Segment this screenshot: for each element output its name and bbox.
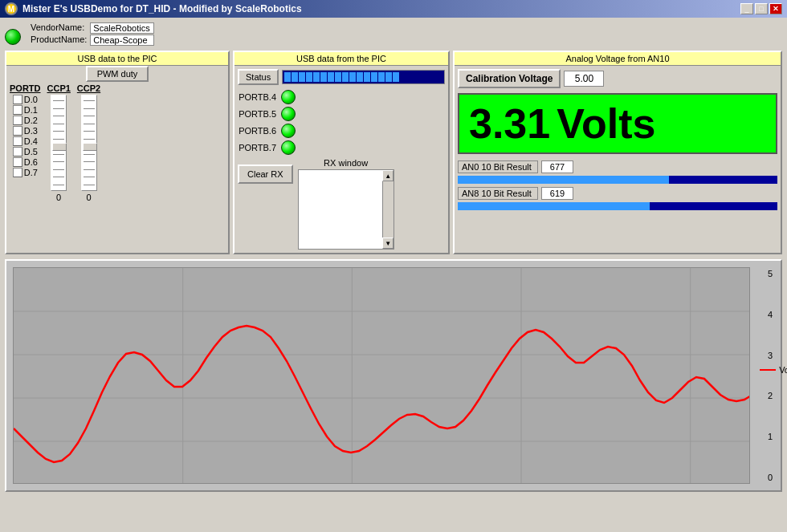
- ccp2-value: 0: [86, 193, 91, 202]
- top-info: VendorName: ScaleRobotics ProductName: C…: [5, 22, 782, 46]
- portb6-row: PORTB.6: [238, 124, 445, 138]
- y-label-2: 2: [768, 391, 773, 400]
- voltage-number: 3.31: [469, 99, 550, 148]
- an0-bar: [458, 176, 669, 184]
- voltage-unit: Volts: [557, 99, 655, 148]
- portd-section: PORTD D.0 D.1: [10, 83, 225, 202]
- ccp2-slider[interactable]: [81, 95, 97, 191]
- device-info: VendorName: ScaleRobotics ProductName: C…: [31, 22, 154, 46]
- portb7-row: PORTB.7: [238, 140, 445, 155]
- rx-label: RX window: [324, 158, 368, 168]
- title-buttons: _ □ ✕: [740, 3, 782, 14]
- ccp1-label: CCP1: [47, 83, 71, 93]
- portb6-label: PORTB.6: [238, 126, 276, 136]
- rx-scrollbar[interactable]: ▲ ▼: [382, 170, 394, 249]
- minimize-button[interactable]: _: [740, 3, 753, 14]
- voltage-display: 3.31 Volts: [458, 93, 777, 154]
- main-content: VendorName: ScaleRobotics ProductName: C…: [0, 18, 787, 497]
- portb7-led: [281, 140, 296, 155]
- ccp1-value: 0: [56, 193, 61, 202]
- calibration-label: Calibration Voltage: [458, 69, 561, 88]
- an0-row: AN0 10 Bit Result 677: [458, 160, 777, 173]
- checkbox-d5: D.5: [13, 147, 38, 156]
- title-text: M Mister E's USBDemo for DT_HID - Modifi…: [5, 2, 302, 15]
- checkbox-d1: D.1: [13, 105, 38, 115]
- y-axis-labels: 5 4 3 2 1 0: [768, 267, 773, 484]
- status-button[interactable]: Status: [238, 69, 279, 85]
- y-label-4: 4: [768, 310, 773, 319]
- app-icon: M: [5, 2, 18, 15]
- d4-checkbox[interactable]: [13, 136, 22, 146]
- an0-bar-container: [458, 176, 777, 184]
- chart-legend: Volts: [760, 365, 787, 375]
- an8-value: 619: [541, 187, 573, 200]
- portb4-led: [281, 90, 296, 104]
- portb7-label: PORTB.7: [238, 143, 276, 152]
- checkbox-d6: D.6: [13, 157, 38, 167]
- scroll-down-button[interactable]: ▼: [382, 238, 394, 249]
- status-progress: [282, 70, 445, 84]
- d5-checkbox[interactable]: [13, 147, 22, 156]
- usb-from-pic-panel: USB data from the PIC Status PORTB.4 POR…: [233, 51, 450, 254]
- ccp1-col: CCP1 0: [47, 83, 71, 202]
- pwm-duty-label: PWM duty: [86, 66, 149, 82]
- an8-bar-container: [458, 202, 777, 210]
- an8-label: AN8 10 Bit Result: [458, 187, 538, 200]
- analog-panel: Analog Voltage from AN10 Calibration Vol…: [453, 51, 782, 254]
- checkbox-d2: D.2: [13, 116, 38, 125]
- y-label-0: 0: [768, 473, 773, 482]
- portd-col: PORTD D.0 D.1: [10, 83, 41, 202]
- connection-led: [5, 29, 21, 45]
- usb-from-pic-body: Status PORTB.4 PORTB.5 PORTB.6: [234, 66, 448, 253]
- usb-to-pic-panel: USB data to the PIC PWM duty PORTD D.0: [5, 51, 230, 254]
- an8-bar: [458, 202, 650, 210]
- title-bar: M Mister E's USBDemo for DT_HID - Modifi…: [0, 0, 787, 18]
- chart-area: [13, 267, 750, 484]
- product-label: ProductName:: [31, 35, 87, 46]
- y-label-5: 5: [768, 269, 773, 278]
- d3-checkbox[interactable]: [13, 126, 22, 136]
- calibration-value: 5.00: [564, 71, 604, 87]
- portd-label: PORTD: [10, 83, 41, 93]
- checkbox-d0: D.0: [13, 95, 38, 104]
- rx-window[interactable]: ▲ ▼: [298, 169, 394, 250]
- d6-checkbox[interactable]: [13, 157, 22, 167]
- d0-checkbox[interactable]: [13, 95, 22, 104]
- an0-label: AN0 10 Bit Result: [458, 160, 538, 173]
- portd-checkboxes: D.0 D.1 D.2: [13, 95, 38, 177]
- d7-checkbox[interactable]: [13, 168, 22, 177]
- y-label-1: 1: [768, 432, 773, 441]
- portb6-led: [281, 124, 296, 138]
- d2-checkbox[interactable]: [13, 116, 22, 125]
- portb5-row: PORTB.5: [238, 107, 445, 121]
- rx-window-area: RX window ▲ ▼: [298, 158, 394, 250]
- panels-row: USB data to the PIC PWM duty PORTD D.0: [5, 51, 782, 254]
- status-row: Status: [238, 69, 445, 85]
- legend-label: Volts: [779, 365, 787, 375]
- legend-line: [760, 369, 776, 371]
- maximize-button[interactable]: □: [755, 3, 768, 14]
- chart-svg: [14, 268, 749, 484]
- portb4-row: PORTB.4: [238, 90, 445, 104]
- close-button[interactable]: ✕: [769, 3, 782, 14]
- clear-rx-button[interactable]: Clear RX: [238, 164, 293, 184]
- an8-row: AN8 10 Bit Result 619: [458, 187, 777, 200]
- chart-section: 5 4 3 2 1 0 Volts: [5, 259, 782, 492]
- checkbox-d7: D.7: [13, 168, 38, 177]
- an0-value: 677: [541, 160, 573, 173]
- vendor-value: ScaleRobotics: [90, 22, 154, 34]
- usb-to-pic-header: USB data to the PIC: [6, 52, 228, 66]
- checkbox-d4: D.4: [13, 136, 38, 146]
- calibration-row: Calibration Voltage 5.00: [458, 69, 777, 88]
- portb4-label: PORTB.4: [238, 92, 276, 102]
- scroll-up-button[interactable]: ▲: [382, 170, 394, 181]
- portb5-label: PORTB.5: [238, 109, 276, 119]
- d1-checkbox[interactable]: [13, 105, 22, 115]
- analog-header: Analog Voltage from AN10: [455, 52, 781, 66]
- vendor-label: VendorName:: [31, 22, 87, 34]
- usb-to-pic-body: PWM duty PORTD D.0 D.1: [6, 66, 228, 205]
- product-value: Cheap-Scope: [90, 35, 154, 46]
- analog-body: Calibration Voltage 5.00 3.31 Volts AN0 …: [455, 66, 781, 217]
- ccp2-label: CCP2: [77, 83, 100, 93]
- ccp1-slider[interactable]: [51, 95, 67, 191]
